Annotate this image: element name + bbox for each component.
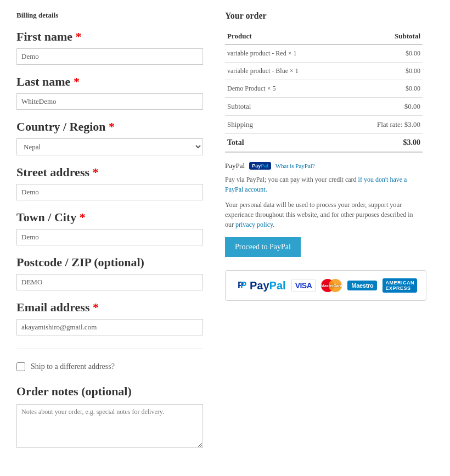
billing-details-section: Billing details First name * Last name *… <box>16 11 203 450</box>
what-is-paypal-link[interactable]: What is PayPal? <box>275 163 315 169</box>
street-field-group: Street address * <box>16 165 203 200</box>
email-label: Email address * <box>16 300 203 315</box>
privacy-policy-link[interactable]: privacy policy <box>235 221 273 228</box>
subtotal-label: Subtotal <box>225 98 346 116</box>
city-label: Town / City * <box>16 210 203 225</box>
svg-text:P: P <box>240 280 246 290</box>
postcode-input[interactable] <box>16 274 203 290</box>
shipping-value: Flat rate: $3.00 <box>346 116 423 134</box>
product-name: variable product - Blue × 1 <box>225 63 346 80</box>
product-subtotal: $0.00 <box>346 63 423 80</box>
first-name-input[interactable] <box>16 48 203 65</box>
paypal-method-row: PayPal PayPal What is PayPal? <box>225 161 423 170</box>
first-name-label: First name * <box>16 30 203 44</box>
first-name-required: * <box>76 30 82 43</box>
city-field-group: Town / City * <box>16 210 203 245</box>
order-table: Product Subtotal variable product - Red … <box>225 29 423 153</box>
paypal-cards-box: P P PayPal VISA MasterCard Maestro AMERI… <box>225 270 426 301</box>
street-label: Street address * <box>16 165 203 180</box>
visa-card-logo: VISA <box>291 279 316 292</box>
email-field-group: Email address * <box>16 300 203 335</box>
amex-logo: AMERICANEXPRESS <box>383 278 417 293</box>
product-name: variable product - Red × 1 <box>225 44 346 63</box>
paypal-text-pay: Pay <box>250 279 269 292</box>
proceed-to-paypal-button[interactable]: Proceed to PayPal <box>225 237 301 257</box>
street-required: * <box>93 165 99 179</box>
billing-divider <box>16 349 203 349</box>
street-input[interactable] <box>16 184 203 200</box>
email-input[interactable] <box>16 319 203 335</box>
maestro-logo: Maestro <box>347 281 377 290</box>
table-row: variable product - Blue × 1 $0.00 <box>225 63 423 80</box>
ship-to-different-checkbox[interactable] <box>16 362 25 371</box>
order-notes-title: Order notes (optional) <box>16 384 203 399</box>
billing-section-title: Billing details <box>16 11 203 20</box>
col-subtotal-header: Subtotal <box>346 29 423 44</box>
first-name-field-group: First name * <box>16 30 203 65</box>
paypal-brand-logo: P P PayPal <box>234 278 286 293</box>
table-row: Demo Product × 5 $0.00 <box>225 80 423 98</box>
last-name-input[interactable] <box>16 93 203 110</box>
order-notes-textarea[interactable] <box>16 404 203 448</box>
col-product-header: Product <box>225 29 346 44</box>
personal-data-notice: Your personal data will be used to proce… <box>225 200 423 229</box>
ship-to-different-label: Ship to a different address? <box>31 362 115 371</box>
country-required: * <box>109 120 115 133</box>
country-field-group: Country / Region * Nepal United States U… <box>16 120 203 155</box>
last-name-label: Last name * <box>16 75 203 89</box>
paypal-text-pal: Pal <box>269 279 286 292</box>
postcode-field-group: Postcode / ZIP (optional) <box>16 255 203 290</box>
total-label: Total <box>225 134 346 153</box>
total-value: $3.00 <box>346 134 423 153</box>
paypal-icon: P P <box>234 278 249 293</box>
order-section-title: Your order <box>225 11 423 21</box>
shipping-label: Shipping <box>225 116 346 134</box>
country-select[interactable]: Nepal United States United Kingdom India <box>16 138 203 155</box>
paypal-small-logo: PayPal <box>249 162 271 170</box>
product-subtotal: $0.00 <box>346 80 423 98</box>
table-row: variable product - Red × 1 $0.00 <box>225 44 423 63</box>
subtotal-value: $0.00 <box>346 98 423 116</box>
product-name: Demo Product × 5 <box>225 80 346 98</box>
ship-to-different-row: Ship to a different address? <box>16 362 203 371</box>
city-required: * <box>80 210 86 224</box>
last-name-field-group: Last name * <box>16 75 203 110</box>
email-required: * <box>93 300 99 314</box>
order-notes-group: Order notes (optional) <box>16 384 203 450</box>
city-input[interactable] <box>16 229 203 245</box>
postcode-label: Postcode / ZIP (optional) <box>16 255 203 270</box>
country-label: Country / Region * <box>16 120 203 134</box>
last-name-required: * <box>74 75 80 88</box>
product-subtotal: $0.00 <box>346 44 423 63</box>
your-order-section: Your order Product Subtotal variable pro… <box>225 11 423 450</box>
paypal-method-label: PayPal <box>225 161 245 170</box>
mastercard-logo: MasterCard <box>321 279 342 292</box>
paypal-description: Pay via PayPal; you can pay with your cr… <box>225 175 423 194</box>
